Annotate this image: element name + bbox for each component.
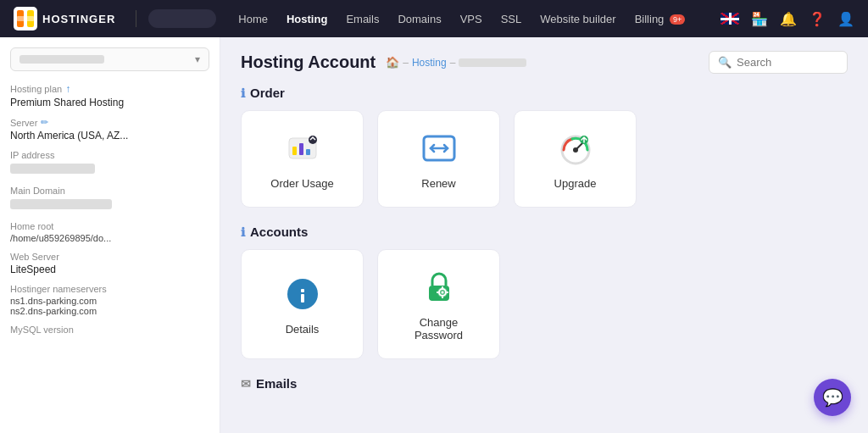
edit-server-icon[interactable]: ✏ — [41, 117, 48, 128]
logo-text: HOSTINGER — [42, 13, 115, 25]
accounts-section-title: ℹ Accounts — [241, 225, 848, 239]
svg-rect-21 — [442, 286, 443, 288]
upgrade-icon — [555, 128, 596, 169]
hosting-plan-label: Hosting plan ↑ — [10, 83, 209, 95]
order-usage-icon — [282, 128, 323, 169]
account-dropdown[interactable]: ▾ — [10, 47, 209, 71]
ns2-value: ns2.dns-parking.com — [10, 306, 209, 316]
main-domain-value — [10, 199, 112, 209]
page-header-left: Hosting Account 🏠 – Hosting – — [241, 53, 526, 72]
breadcrumb-account — [459, 58, 526, 67]
help-icon[interactable]: ❓ — [809, 11, 826, 27]
main-content: Hosting Account 🏠 – Hosting – 🔍 ℹ Order — [220, 37, 868, 433]
change-password-label: Change Password — [395, 316, 482, 341]
order-section: ℹ Order — [241, 86, 848, 208]
search-icon: 🔍 — [718, 56, 732, 69]
order-title-text: Order — [250, 86, 285, 100]
order-cards: Order Usage Renew — [241, 110, 848, 208]
breadcrumb-hosting-link[interactable]: Hosting — [412, 57, 447, 69]
upgrade-card[interactable]: Upgrade — [514, 110, 637, 208]
accounts-title-text: Accounts — [250, 225, 308, 239]
mysql-label: MySQL version — [10, 325, 209, 335]
nameservers-label: Hostinger nameservers — [10, 284, 209, 294]
page-layout: ▾ Hosting plan ↑ Premium Shared Hosting … — [0, 37, 868, 433]
sidebar: ▾ Hosting plan ↑ Premium Shared Hosting … — [0, 37, 220, 433]
svg-rect-3 — [17, 16, 34, 21]
order-usage-label: Order Usage — [270, 177, 333, 190]
svg-rect-23 — [437, 291, 438, 293]
sidebar-mysql: MySQL version — [10, 325, 209, 336]
search-box[interactable]: 🔍 — [709, 51, 848, 74]
ip-value — [10, 164, 95, 174]
account-dropdown-text — [19, 55, 104, 64]
chat-button[interactable]: 💬 — [814, 379, 851, 416]
breadcrumb: 🏠 – Hosting – — [386, 56, 526, 69]
sidebar-web-server: Web Server LiteSpeed — [10, 252, 209, 275]
breadcrumb-home-icon[interactable]: 🏠 — [386, 56, 399, 69]
nav-emails[interactable]: Emails — [337, 9, 387, 29]
upgrade-label: Upgrade — [554, 177, 597, 190]
accounts-cards: Details — [241, 249, 848, 359]
svg-point-12 — [573, 147, 578, 153]
renew-card[interactable]: Renew — [377, 110, 500, 208]
nav-domains[interactable]: Domains — [389, 9, 449, 29]
svg-rect-22 — [442, 297, 443, 298]
search-input[interactable] — [737, 56, 838, 69]
notifications-icon[interactable]: 🔔 — [780, 11, 797, 27]
language-flag-icon[interactable] — [721, 13, 739, 25]
home-root-value: /home/u859269895/do... — [10, 233, 209, 243]
svg-rect-16 — [301, 294, 304, 303]
web-server-value: LiteSpeed — [10, 264, 209, 275]
svg-rect-5 — [292, 147, 297, 155]
nav-billing[interactable]: Billing 9+ — [626, 9, 694, 29]
svg-rect-15 — [301, 289, 304, 292]
main-domain-label: Main Domain — [10, 186, 209, 196]
account-selector[interactable] — [148, 9, 216, 28]
sidebar-hosting-plan: Hosting plan ↑ Premium Shared Hosting — [10, 83, 209, 108]
page-title: Hosting Account — [241, 53, 376, 72]
change-password-card[interactable]: Change Password — [377, 249, 500, 359]
emails-section: ✉ Emails — [241, 376, 848, 391]
renew-label: Renew — [421, 177, 455, 190]
profile-icon[interactable]: 👤 — [837, 11, 854, 27]
nav-ssl[interactable]: SSL — [492, 9, 531, 29]
order-section-title: ℹ Order — [241, 86, 848, 100]
upgrade-icon[interactable]: ↑ — [65, 83, 70, 95]
page-header: Hosting Account 🏠 – Hosting – 🔍 — [241, 51, 848, 74]
logo[interactable]: HOSTINGER — [14, 7, 115, 31]
nav-home[interactable]: Home — [230, 9, 276, 29]
sidebar-home-root: Home root /home/u859269895/do... — [10, 221, 209, 243]
svg-rect-6 — [299, 143, 303, 155]
breadcrumb-sep2: – — [450, 57, 456, 69]
nav-divider — [136, 10, 136, 27]
details-card[interactable]: Details — [241, 249, 364, 359]
emails-title-text: Emails — [256, 376, 297, 391]
breadcrumb-sep1: – — [403, 57, 409, 69]
emails-section-title: ✉ Emails — [241, 376, 848, 391]
sidebar-main-domain: Main Domain — [10, 186, 209, 213]
sidebar-server: Server ✏ North America (USA, AZ... — [10, 117, 209, 142]
details-icon — [282, 274, 323, 314]
store-icon[interactable]: 🏪 — [751, 11, 768, 27]
nav-links: Home Hosting Emails Domains VPS SSL Webs… — [230, 9, 717, 29]
billing-badge: 9+ — [670, 14, 685, 25]
change-password-icon — [419, 267, 459, 308]
accounts-info-icon: ℹ — [241, 225, 245, 239]
emails-section-icon: ✉ — [241, 377, 251, 391]
svg-point-20 — [441, 291, 443, 294]
web-server-label: Web Server — [10, 252, 209, 262]
nav-hosting[interactable]: Hosting — [278, 9, 336, 29]
accounts-section: ℹ Accounts Details — [241, 225, 848, 359]
hosting-plan-value: Premium Shared Hosting — [10, 97, 209, 108]
order-usage-card[interactable]: Order Usage — [241, 110, 364, 208]
details-label: Details — [286, 323, 320, 336]
sidebar-nameservers: Hostinger nameservers ns1.dns-parking.co… — [10, 284, 209, 316]
nav-website-builder[interactable]: Website builder — [531, 9, 624, 29]
ip-label: IP address — [10, 150, 209, 160]
ns1-value: ns1.dns-parking.com — [10, 296, 209, 306]
nav-vps[interactable]: VPS — [452, 9, 491, 29]
home-root-label: Home root — [10, 221, 209, 231]
order-info-icon: ℹ — [241, 86, 245, 100]
top-navigation: HOSTINGER Home Hosting Emails Domains VP… — [0, 0, 868, 37]
svg-rect-24 — [447, 291, 448, 293]
